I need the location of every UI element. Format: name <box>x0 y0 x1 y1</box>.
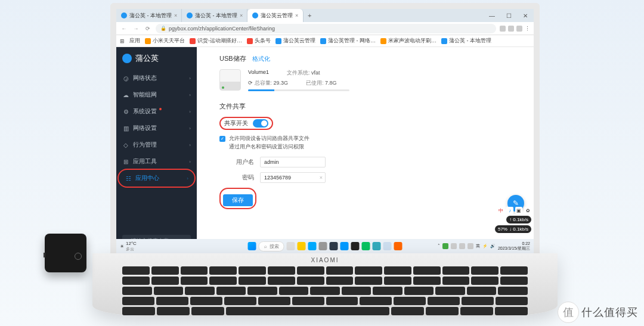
reload-button[interactable]: ⟳ <box>144 26 152 32</box>
pinned-app-icon[interactable] <box>373 242 381 250</box>
external-device <box>45 234 86 272</box>
keyboard <box>122 266 528 305</box>
pinned-app-icon[interactable] <box>394 242 402 250</box>
chevron-right-icon: › <box>189 76 191 81</box>
network-icon: ▥ <box>122 125 129 132</box>
sidebar-item-label: 行为管理 <box>133 141 157 149</box>
windows-taskbar: ☀ 12°C 多云 ⌕ 搜索 <box>116 239 534 253</box>
sidebar: 蒲公英 ◶ 网络状态 › ☁ 智能组网 › <box>116 47 197 253</box>
sidebar-item-behavior-manage[interactable]: ◇ 行为管理 › <box>116 136 197 153</box>
chevron-right-icon: › <box>189 159 191 164</box>
chevron-right-icon: › <box>189 109 191 114</box>
notification-dot-icon <box>159 108 162 110</box>
forward-button[interactable]: → <box>132 26 140 32</box>
system-stats-pill[interactable]: 57%↓ 0.1kb/s <box>495 225 531 233</box>
clock[interactable]: 0:22 2023/3/15/星期三 <box>498 241 530 250</box>
close-icon[interactable]: × <box>174 13 177 18</box>
start-button[interactable] <box>248 242 256 250</box>
chevron-up-icon[interactable]: ˄ <box>438 244 440 249</box>
minimize-button[interactable]: — <box>484 9 500 22</box>
pinned-app-icon[interactable] <box>383 242 392 250</box>
save-button[interactable]: 保存 <box>223 194 253 206</box>
pinned-app-icon[interactable] <box>308 242 317 250</box>
browser-tab[interactable]: 蒲公英 - 本地管理 × <box>182 9 247 22</box>
extension-icon[interactable] <box>508 26 514 32</box>
bookmark-item[interactable]: 小米天天平台 <box>145 37 185 45</box>
bookmark-item[interactable]: 蒲公英管理 - 网络… <box>320 37 376 45</box>
sidebar-item-label: 网络设置 <box>133 124 157 132</box>
tray-icon[interactable] <box>451 243 457 249</box>
sidebar-item-app-center[interactable]: ☷ 应用中心 › <box>119 170 194 187</box>
main-panel: USB储存 格式化 Volume1 文件系统: vfat ⟳ 总容量: 29.3… <box>197 47 534 253</box>
laptop: 蒲公英 - 本地管理 × 蒲公英 - 本地管理 × 蒲公英云管理 × + — ☐ <box>92 3 558 323</box>
edit-icon: ✎ <box>513 199 519 207</box>
bookmark-item[interactable]: 头条号 <box>247 37 271 45</box>
back-button[interactable]: ← <box>120 26 128 32</box>
pinned-app-icon[interactable] <box>319 242 327 250</box>
tray-icon[interactable]: ▣ <box>515 207 522 214</box>
tray-icon[interactable]: ♪ <box>506 207 513 214</box>
ime-icon[interactable]: 中 <box>497 207 504 214</box>
close-window-button[interactable]: ✕ <box>517 9 534 22</box>
tray-icon[interactable]: ✿ <box>524 207 531 214</box>
bookmark-item[interactable]: 应用 <box>129 37 140 45</box>
wifi-icon[interactable]: ⚡ <box>482 244 488 249</box>
share-toggle[interactable] <box>253 119 268 128</box>
sidebar-item-network-settings[interactable]: ▥ 网络设置 › <box>116 120 197 136</box>
pinned-app-icon[interactable] <box>351 242 360 250</box>
close-icon[interactable]: × <box>240 13 243 18</box>
extension-icon[interactable] <box>500 26 506 32</box>
disk-icon <box>219 69 241 91</box>
close-icon[interactable]: × <box>295 13 298 18</box>
volume-name: Volume1 <box>248 69 269 77</box>
pinned-app-icon[interactable] <box>330 242 338 250</box>
volume-icon[interactable]: 🔊 <box>490 244 496 249</box>
taskbar-search[interactable]: ⌕ 搜索 <box>259 241 284 252</box>
tray-icon[interactable] <box>467 243 473 249</box>
menu-icon[interactable]: ⋮ <box>525 26 530 32</box>
sidebar-item-label: 应用工具 <box>133 157 157 166</box>
pinned-app-icon[interactable] <box>340 242 349 250</box>
password-input[interactable]: 123456789 × <box>260 172 326 183</box>
cloud-icon: ☁ <box>122 92 129 98</box>
checkbox-checked-icon[interactable]: ✓ <box>219 136 225 142</box>
sidebar-item-label: 网络状态 <box>133 74 157 82</box>
pinned-app-icon[interactable] <box>298 242 306 250</box>
brand-name: 蒲公英 <box>135 53 159 64</box>
tray-icon[interactable] <box>459 243 465 249</box>
tray-icon[interactable] <box>442 243 448 249</box>
browser-tab[interactable]: 蒲公英 - 本地管理 × <box>116 9 182 22</box>
pinned-app-icon[interactable] <box>362 242 370 250</box>
extension-icon[interactable] <box>516 26 522 32</box>
sidebar-item-network-status[interactable]: ◶ 网络状态 › <box>116 70 197 86</box>
format-link[interactable]: 格式化 <box>252 55 270 63</box>
bookmark-item[interactable]: 识货-运动潮搭好… <box>190 37 242 45</box>
chevron-right-icon: › <box>189 142 191 148</box>
browser-tabbar: 蒲公英 - 本地管理 × 蒲公英 - 本地管理 × 蒲公英云管理 × + — ☐ <box>116 9 534 22</box>
username-input[interactable]: admin <box>260 157 326 167</box>
desc-line: 通过用户名和密码设置访问权限 <box>229 143 309 151</box>
favicon-icon <box>121 13 127 18</box>
sidebar-item-smart-network[interactable]: ☁ 智能组网 › <box>116 86 197 103</box>
maximize-button[interactable]: ☐ <box>500 9 517 22</box>
bookmark-item[interactable]: 蒲公英 - 本地管理 <box>441 37 491 45</box>
browser-tab-active[interactable]: 蒲公英云管理 × <box>247 9 304 22</box>
sidebar-item-label: 应用中心 <box>135 174 159 182</box>
system-stats-pill[interactable]: ↑ 0.1kb/s <box>506 216 531 223</box>
sidebar-item-label: 系统设置 <box>133 107 157 116</box>
permission-option[interactable]: ✓ 允许同级设备访问路由器共享文件 通过用户名和密码设置访问权限 <box>219 135 511 151</box>
clear-icon[interactable]: × <box>320 175 323 181</box>
sidebar-item-app-tools[interactable]: ⊞ 应用工具 › <box>116 153 197 170</box>
bookmark-item[interactable]: 蒲公英云管理 <box>275 37 315 45</box>
refresh-icon[interactable]: ⟳ <box>248 80 253 86</box>
new-tab-button[interactable]: + <box>304 9 315 22</box>
apps-icon[interactable]: ⊞ <box>120 38 125 44</box>
url-input[interactable]: 🔒 pgybox.com/zh/applicationCenter/fileSh… <box>156 24 496 33</box>
username-label: 用户名 <box>230 158 254 166</box>
taskview-icon[interactable] <box>287 242 295 250</box>
weather-widget[interactable]: ☀ 12°C 多云 <box>120 241 137 252</box>
usage-progress <box>248 89 349 91</box>
bookmark-item[interactable]: 米家声波电动牙刷… <box>380 37 436 45</box>
ime-indicator[interactable]: 英 <box>476 243 480 249</box>
sidebar-item-system-settings[interactable]: ⚙ 系统设置 › <box>116 103 197 120</box>
